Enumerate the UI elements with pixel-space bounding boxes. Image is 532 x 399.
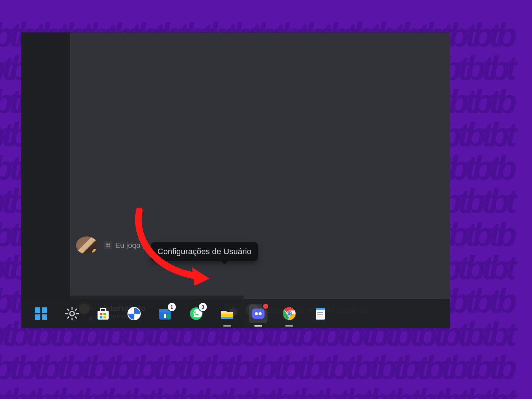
svg-rect-14 [100,308,106,311]
svg-rect-15 [100,313,102,315]
svg-rect-16 [103,313,106,315]
discord-notification-dot [263,304,268,309]
whatsapp-badge: 3 [199,303,207,311]
chrome-icon [282,306,297,321]
taskbar-running-indicator [254,325,262,327]
folder-icon [220,306,235,321]
svg-rect-34 [316,308,325,310]
svg-rect-2 [35,314,40,320]
notepad-icon [313,306,328,321]
calendar-badge: 1 [168,303,176,311]
dm-avatar [76,236,98,254]
taskbar-app-blue[interactable] [125,304,143,323]
svg-rect-26 [252,308,265,319]
svg-line-12 [67,317,69,318]
game-icon [104,241,112,249]
settings-tooltip: Configurações de Usuário [151,242,258,261]
svg-point-23 [166,314,171,318]
svg-rect-22 [164,314,166,318]
taskbar-running-indicator [223,325,231,327]
svg-point-32 [288,312,291,315]
svg-point-27 [255,312,258,315]
svg-rect-13 [98,311,109,320]
dm-list-item[interactable]: Eu jogo p [76,236,147,254]
svg-line-9 [67,309,69,311]
svg-point-4 [70,311,74,316]
taskbar-whatsapp[interactable]: 3 [187,304,205,323]
store-icon [96,306,110,321]
taskbar-chrome[interactable] [280,304,299,323]
svg-rect-25 [221,317,233,319]
windows-logo-icon [34,306,48,321]
svg-rect-17 [100,316,102,318]
taskbar-settings[interactable] [63,304,81,323]
svg-line-10 [75,317,77,318]
svg-line-11 [75,309,77,311]
gear-icon [65,306,79,321]
taskbar-calendar[interactable]: 1 [156,304,174,323]
taskbar-microsoft-store[interactable] [94,304,112,323]
tooltip-text: Configurações de Usuário [157,247,251,256]
taskbar-running-indicator [285,325,293,327]
dm-activity-label: Eu jogo p [115,241,147,250]
idle-status-icon [91,248,98,254]
taskbar-file-explorer[interactable] [218,304,236,323]
discord-icon [251,306,266,321]
start-button[interactable] [32,304,50,323]
discord-window: Eu jogo p Configurações de Usuário victo… [21,33,450,328]
chat-area [70,33,450,296]
taskbar-discord[interactable] [249,304,267,323]
svg-point-28 [259,312,262,315]
dm-activity-text: Eu jogo p [104,241,147,250]
app-icon [127,306,141,321]
svg-rect-18 [103,316,106,318]
windows-taskbar[interactable]: 1 3 [21,299,450,328]
svg-rect-3 [42,314,47,320]
svg-rect-0 [35,307,40,313]
taskbar-notepad[interactable] [311,304,330,323]
svg-rect-1 [42,307,47,313]
guild-sidebar[interactable] [21,33,70,328]
